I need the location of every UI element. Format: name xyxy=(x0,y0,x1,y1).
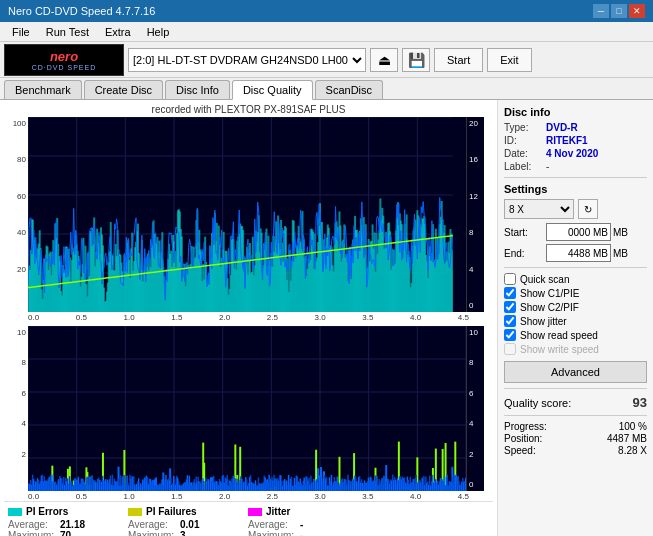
refresh-button[interactable]: ↻ xyxy=(578,199,598,219)
show-read-speed-row: Show read speed xyxy=(504,329,647,341)
pif-max-row: Maximum: 3 xyxy=(128,530,238,536)
x-label-40: 4.0 xyxy=(410,313,421,322)
drive-select[interactable]: [2:0] HL-DT-ST DVDRAM GH24NSD0 LH00 xyxy=(128,48,366,72)
quality-score-row: Quality score: 93 xyxy=(504,395,647,410)
start-button[interactable]: Start xyxy=(434,48,483,72)
menubar: File Run Test Extra Help xyxy=(0,22,653,42)
jitter-color xyxy=(248,508,262,516)
divider-3 xyxy=(504,388,647,389)
y2-label-4: 4 xyxy=(6,419,26,428)
titlebar: Nero CD-DVD Speed 4.7.7.16 ─ □ ✕ xyxy=(0,0,653,22)
jitter-header: Jitter xyxy=(248,506,358,517)
disc-info-title: Disc info xyxy=(504,106,647,118)
show-jitter-label: Show jitter xyxy=(520,316,567,327)
advanced-button[interactable]: Advanced xyxy=(504,361,647,383)
y2-right-6: 6 xyxy=(469,389,482,398)
pi-failures-header: PI Failures xyxy=(128,506,238,517)
progress-row: Progress: 100 % xyxy=(504,421,647,432)
disc-type-label: Type: xyxy=(504,122,546,133)
menu-run-test[interactable]: Run Test xyxy=(38,24,97,40)
pi-errors-avg-row: Average: 21.18 xyxy=(8,519,118,530)
x-label-15: 1.5 xyxy=(171,313,182,322)
x-label-20: 2.0 xyxy=(219,313,230,322)
jitter-avg-label: Average: xyxy=(248,519,298,530)
disc-type-row: Type: DVD-R xyxy=(504,122,647,133)
titlebar-title: Nero CD-DVD Speed 4.7.7.16 xyxy=(8,5,155,17)
y-right-4: 4 xyxy=(469,265,482,274)
minimize-button[interactable]: ─ xyxy=(593,4,609,18)
tab-disc-quality[interactable]: Disc Quality xyxy=(232,80,313,100)
y-right-8: 8 xyxy=(469,228,482,237)
disc-id-row: ID: RITEKF1 xyxy=(504,135,647,146)
x-label-30: 3.0 xyxy=(315,313,326,322)
y2-right-0: 0 xyxy=(469,480,482,489)
show-c1-row: Show C1/PIE xyxy=(504,287,647,299)
logo-text: nero xyxy=(50,49,78,64)
start-input-row: Start: MB xyxy=(504,223,647,241)
show-write-speed-row: Show write speed xyxy=(504,343,647,355)
show-jitter-row: Show jitter xyxy=(504,315,647,327)
show-c1-checkbox[interactable] xyxy=(504,287,516,299)
end-label: End: xyxy=(504,248,546,259)
pi-errors-stats: PI Errors Average: 21.18 Maximum: 70 Tot… xyxy=(8,506,118,536)
menu-file[interactable]: File xyxy=(4,24,38,40)
pi-avg-value: 21.18 xyxy=(60,519,85,530)
y-label-60: 60 xyxy=(6,192,26,201)
quality-score-label: Quality score: xyxy=(504,397,571,409)
show-c1-label: Show C1/PIE xyxy=(520,288,579,299)
quick-scan-checkbox[interactable] xyxy=(504,273,516,285)
show-read-speed-checkbox[interactable] xyxy=(504,329,516,341)
lower-chart-canvas xyxy=(28,326,466,491)
chart-area: recorded with PLEXTOR PX-891SAF PLUS 100… xyxy=(0,100,498,536)
show-jitter-checkbox[interactable] xyxy=(504,315,516,327)
divider-1 xyxy=(504,177,647,178)
start-input[interactable] xyxy=(546,223,611,241)
app-title: Nero CD-DVD Speed 4.7.7.16 xyxy=(8,5,155,17)
jitter-max-row: Maximum: - xyxy=(248,530,358,536)
disc-type-value: DVD-R xyxy=(546,122,578,133)
tab-benchmark[interactable]: Benchmark xyxy=(4,80,82,99)
stats-bar: PI Errors Average: 21.18 Maximum: 70 Tot… xyxy=(4,501,493,536)
menu-extra[interactable]: Extra xyxy=(97,24,139,40)
show-c2-checkbox[interactable] xyxy=(504,301,516,313)
menu-help[interactable]: Help xyxy=(139,24,178,40)
quick-scan-label: Quick scan xyxy=(520,274,569,285)
disc-label-label: Label: xyxy=(504,161,546,172)
pi-errors-header: PI Errors xyxy=(8,506,118,517)
disc-label-row: Label: - xyxy=(504,161,647,172)
maximize-button[interactable]: □ xyxy=(611,4,627,18)
end-input[interactable] xyxy=(546,244,611,262)
chart-title: recorded with PLEXTOR PX-891SAF PLUS xyxy=(4,104,493,115)
speed-select[interactable]: 8 X xyxy=(504,199,574,219)
lower-chart-wrapper: 10 8 6 4 2 0 10 8 6 4 2 0 xyxy=(4,326,493,501)
pi-failures-color xyxy=(128,508,142,516)
titlebar-controls: ─ □ ✕ xyxy=(593,4,645,18)
settings-title: Settings xyxy=(504,183,647,195)
pi-max-value: 70 xyxy=(60,530,71,536)
pi-errors-color xyxy=(8,508,22,516)
x-label-0: 0.0 xyxy=(28,313,39,322)
y-label-100: 100 xyxy=(6,119,26,128)
pi-failures-stats: PI Failures Average: 0.01 Maximum: 3 Tot… xyxy=(128,506,238,536)
speed-label: Speed: xyxy=(504,445,536,456)
y2-right-8: 8 xyxy=(469,358,482,367)
eject-button[interactable]: ⏏ xyxy=(370,48,398,72)
quality-score-value: 93 xyxy=(633,395,647,410)
close-button[interactable]: ✕ xyxy=(629,4,645,18)
exit-button[interactable]: Exit xyxy=(487,48,531,72)
save-button[interactable]: 💾 xyxy=(402,48,430,72)
x-label-25: 2.5 xyxy=(267,313,278,322)
y-right-16: 16 xyxy=(469,155,482,164)
disc-date-row: Date: 4 Nov 2020 xyxy=(504,148,647,159)
speed-row: Speed: 8.28 X xyxy=(504,445,647,456)
pif-max-value: 3 xyxy=(180,530,186,536)
tab-disc-info[interactable]: Disc Info xyxy=(165,80,230,99)
show-write-speed-checkbox[interactable] xyxy=(504,343,516,355)
logo-sub: CD·DVD SPEED xyxy=(32,64,97,71)
tab-scan-disc[interactable]: ScanDisc xyxy=(315,80,383,99)
pi-failures-label: PI Failures xyxy=(146,506,197,517)
tab-create-disc[interactable]: Create Disc xyxy=(84,80,163,99)
y-label-20: 20 xyxy=(6,265,26,274)
end-input-row: End: MB xyxy=(504,244,647,262)
pif-avg-value: 0.01 xyxy=(180,519,199,530)
